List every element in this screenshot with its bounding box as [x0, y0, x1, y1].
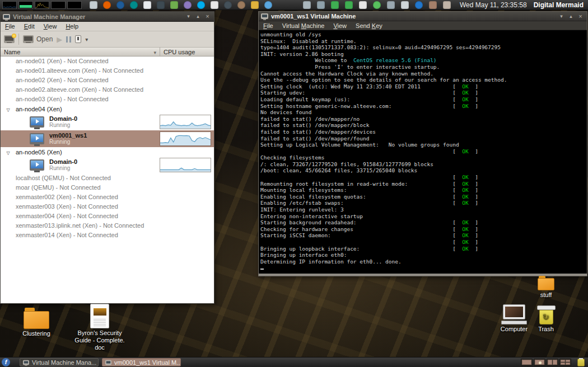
console-line: [ OK ]: [260, 148, 587, 155]
gimp-launcher[interactable]: [237, 1, 245, 9]
calculator-launcher[interactable]: [170, 1, 178, 9]
monitor-applets: [2, 1, 82, 9]
display-status-icon[interactable]: [303, 1, 311, 9]
sound-recorder-icon[interactable]: [317, 1, 325, 9]
cpu-monitor-applet[interactable]: [2, 1, 17, 9]
vm-list-row-xenmaster002-xen-not-connected[interactable]: xenmaster002 (Xen) - Not Connected: [1, 192, 214, 202]
vm-list-row-xenmaster013-iplink-net-xen-not-connected[interactable]: xenmaster013.iplink.net (Xen) - Not Conn…: [1, 221, 214, 230]
vm-list-row-an-node04-xen[interactable]: an-node04 (Xen): [1, 104, 214, 114]
battery-2-icon[interactable]: [345, 1, 353, 9]
taskbar-trash-icon[interactable]: [577, 359, 585, 366]
vm-list-row-an-node03-xen-not-connected[interactable]: an-node03 (Xen) - Not Connected: [1, 95, 214, 104]
menu-file[interactable]: File: [259, 22, 278, 30]
vm-name-label: Domain-0: [49, 158, 77, 165]
console-line: Determining IP information for eth0... d…: [260, 258, 587, 265]
maximize-icon[interactable]: [567, 13, 575, 20]
expander-icon[interactable]: [1, 149, 16, 156]
skype-launcher[interactable]: [197, 1, 205, 9]
status-icons: [303, 1, 451, 9]
printer-icon[interactable]: [387, 1, 395, 9]
vm-console-window: vm0001_ws1 Virtual Machine FileVirtual M…: [258, 11, 587, 276]
desktop-icon-label: Computer: [501, 326, 528, 333]
trash-icon[interactable]: Trash: [530, 305, 562, 333]
globe-app-launcher[interactable]: [264, 1, 272, 9]
volume-icon[interactable]: [401, 1, 409, 9]
clock[interactable]: Wed May 11, 23:35:58: [460, 1, 527, 9]
displays-icon[interactable]: [429, 1, 437, 9]
workspace-1[interactable]: [521, 359, 533, 366]
vm-list-row-an-node02-xen-not-connected[interactable]: an-node02 (Xen) - Not Connected: [1, 76, 214, 85]
console-screen[interactable]: unmounting old /sysSELinux: Disabled at …: [259, 30, 587, 274]
task-button-vm0001-ws1-virtual-m[interactable]: vm0001_ws1 Virtual M...: [102, 358, 181, 366]
fedora-menu-icon[interactable]: f: [2, 358, 10, 366]
shutdown-button[interactable]: [75, 35, 81, 43]
task-button-virtual-machine-mana[interactable]: Virtual Machine Mana...: [20, 358, 99, 366]
menu-file[interactable]: File: [1, 22, 20, 30]
menu-send-key[interactable]: Send Key: [351, 22, 387, 30]
memory-monitor-applet[interactable]: [18, 1, 33, 9]
stuff-folder[interactable]: stuff: [529, 276, 563, 299]
vm-list-row-xenmaster004-xen-not-connected[interactable]: xenmaster004 (Xen) - Not Connected: [1, 211, 214, 221]
new-vm-button[interactable]: [4, 35, 15, 43]
vm-list-row-domain-0[interactable]: Domain-0Running: [1, 157, 214, 173]
text-editor-launcher[interactable]: [143, 1, 151, 9]
vm-list: an-node01 (Xen) - Not Connectedan-node01…: [1, 57, 214, 303]
expander-icon[interactable]: [1, 106, 16, 112]
desktop-icon-label: Trash: [538, 326, 554, 333]
shutdown-menu-chevron-icon[interactable]: [85, 36, 88, 43]
shade-icon[interactable]: [184, 13, 193, 20]
graphics-app-launcher[interactable]: [251, 1, 259, 9]
vm-list-row-localhost-qemu-not-connected[interactable]: localhost (QEMU) - Not Connected: [1, 173, 214, 183]
clustering-folder[interactable]: Clustering: [10, 308, 63, 337]
byrons-security-guide-doc[interactable]: Byron's Security Guide - Complete. doc: [69, 304, 130, 351]
computer-icon[interactable]: Computer: [496, 304, 532, 333]
display-launcher[interactable]: [90, 1, 97, 9]
vm-list-row-an-node01-alteeve-com-xen-not-connected[interactable]: an-node01.alteeve.com (Xen) - Not Connec…: [1, 66, 214, 76]
monitor-applet-4[interactable]: [51, 1, 66, 9]
name-column-header[interactable]: Name: [1, 48, 160, 56]
workspace-4[interactable]: [559, 359, 571, 366]
close-icon[interactable]: [203, 13, 212, 20]
workspace-3[interactable]: [547, 359, 558, 366]
inkscape-launcher[interactable]: [224, 1, 232, 9]
chat-status-icon[interactable]: [373, 1, 381, 9]
trash-body: [539, 310, 553, 324]
vm-state-label: Running: [49, 165, 77, 172]
firefox-launcher[interactable]: [103, 1, 111, 9]
menu-view[interactable]: View: [39, 22, 62, 30]
maximize-icon[interactable]: [194, 13, 202, 20]
media-player-icon[interactable]: [359, 1, 367, 9]
bluetooth-icon[interactable]: [415, 1, 423, 9]
run-button[interactable]: [57, 35, 62, 44]
network-monitor-applet[interactable]: [35, 1, 49, 9]
vm-list-row-xenmaster014-xen-not-connected[interactable]: xenmaster014 (Xen) - Not Connected: [1, 230, 214, 240]
vm-list-row-domain-0[interactable]: Domain-0Running: [1, 114, 214, 130]
vm-list-row-moar-qemu-not-connected[interactable]: moar (QEMU) - Not Connected: [1, 183, 214, 192]
close-icon[interactable]: [576, 13, 585, 20]
menu-virtual-machine[interactable]: Virtual Machine: [278, 22, 329, 30]
battery-1-icon[interactable]: [331, 1, 339, 9]
shade-icon[interactable]: [557, 13, 566, 20]
pause-button[interactable]: [66, 36, 71, 43]
terminal-launcher[interactable]: [157, 1, 165, 9]
vm-list-row-an-node02-alteeve-com-xen-not-connected[interactable]: an-node02.alteeve.com (Xen) - Not Connec…: [1, 85, 214, 95]
thunderbird-launcher[interactable]: [116, 1, 124, 9]
menu-edit[interactable]: Edit: [20, 22, 39, 30]
cpu-usage-column-header[interactable]: CPU usage: [160, 48, 214, 56]
console-titlebar[interactable]: vm0001_ws1 Virtual Machine: [259, 12, 587, 21]
vm-list-row-xenmaster003-xen-not-connected[interactable]: xenmaster003 (Xen) - Not Connected: [1, 202, 214, 211]
vm-list-row-an-node01-xen-not-connected[interactable]: an-node01 (Xen) - Not Connected: [1, 57, 214, 66]
vm-list-row-an-node05-xen[interactable]: an-node05 (Xen): [1, 147, 214, 157]
vm-list-row-vm0001-ws1[interactable]: vm0001_ws1Running: [1, 130, 214, 147]
media-device-launcher[interactable]: [211, 1, 218, 9]
arduino-launcher[interactable]: [130, 1, 138, 9]
open-button[interactable]: Open: [23, 35, 53, 43]
clipboard-icon[interactable]: [443, 1, 451, 9]
pidgin-launcher[interactable]: [184, 1, 192, 9]
menu-view[interactable]: View: [329, 22, 351, 30]
monitor-applet-5[interactable]: [67, 1, 82, 9]
workspace-2[interactable]: [534, 359, 545, 366]
vmm-titlebar[interactable]: Virtual Machine Manager: [1, 12, 214, 22]
console-line: failed to stat() /dev/mapper/found: [260, 135, 587, 142]
menu-help[interactable]: Help: [61, 22, 83, 30]
